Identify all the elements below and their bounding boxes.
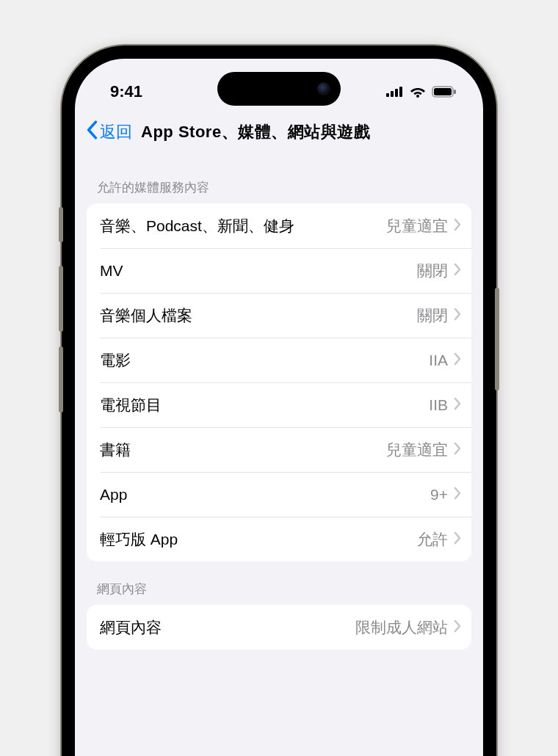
row-value: 兒童適宜 [386, 216, 448, 236]
row-label: 音樂、Podcast、新聞、健身 [100, 216, 386, 236]
row-value: 允許 [417, 529, 448, 550]
chevron-right-icon [454, 218, 461, 234]
chevron-right-icon [454, 308, 461, 324]
row-label: 電視節目 [100, 395, 429, 415]
back-button[interactable]: 返回 [84, 117, 134, 147]
svg-rect-7 [454, 90, 456, 94]
chevron-right-icon [454, 397, 461, 413]
nav-bar: 返回 App Store、媒體、網站與遊戲 [75, 110, 483, 154]
svg-rect-6 [434, 88, 452, 95]
cellular-signal-icon [386, 87, 404, 97]
section-header-web: 網頁內容 [75, 561, 483, 605]
row-value: IIA [429, 352, 448, 369]
canvas: 9:41 [0, 0, 558, 756]
row-label: 輕巧版 App [100, 529, 417, 550]
camera-icon [317, 82, 330, 95]
row-label: 電影 [100, 350, 429, 371]
row-value: 兒童適宜 [386, 440, 448, 460]
phone-frame: 9:41 [62, 46, 496, 756]
row-music-profile[interactable]: 音樂個人檔案 關閉 [87, 293, 471, 338]
group-allowed-media: 音樂、Podcast、新聞、健身 兒童適宜 MV 關閉 [87, 203, 471, 561]
dynamic-island [217, 72, 341, 106]
row-label: 音樂個人檔案 [100, 305, 417, 326]
svg-point-4 [416, 95, 419, 98]
svg-rect-3 [399, 87, 402, 97]
chevron-right-icon [454, 531, 461, 548]
row-music-podcast-news-fitness[interactable]: 音樂、Podcast、新聞、健身 兒童適宜 [87, 203, 471, 248]
row-label: 書籍 [100, 440, 386, 460]
row-value: 9+ [430, 486, 448, 504]
row-value: 關閉 [417, 261, 448, 281]
side-button [59, 346, 63, 412]
chevron-right-icon [454, 487, 461, 503]
row-value: IIB [429, 396, 448, 414]
wifi-icon [410, 86, 426, 98]
row-label: 網頁內容 [100, 617, 355, 638]
battery-icon [432, 86, 457, 98]
phone-screen: 9:41 [75, 59, 483, 756]
side-button [59, 207, 63, 242]
svg-rect-0 [386, 93, 389, 97]
row-web-content[interactable]: 網頁內容 限制成人網站 [87, 605, 471, 650]
row-mv[interactable]: MV 關閉 [87, 248, 471, 293]
row-label: App [100, 486, 430, 504]
row-books[interactable]: 書籍 兒童適宜 [87, 427, 471, 472]
group-web-content: 網頁內容 限制成人網站 [87, 605, 471, 650]
section-header-allowed: 允許的媒體服務內容 [75, 160, 483, 203]
chevron-right-icon [454, 352, 461, 368]
row-movies[interactable]: 電影 IIA [87, 338, 471, 382]
row-value: 關閉 [417, 305, 448, 326]
chevron-right-icon [454, 263, 461, 279]
row-value: 限制成人網站 [355, 617, 448, 638]
chevron-right-icon [454, 619, 461, 636]
status-time: 9:41 [110, 82, 142, 101]
svg-rect-2 [395, 89, 398, 97]
chevron-left-icon [85, 120, 98, 144]
svg-rect-1 [391, 91, 394, 97]
content: 允許的媒體服務內容 音樂、Podcast、新聞、健身 兒童適宜 MV 關閉 [75, 154, 483, 650]
back-label: 返回 [100, 121, 132, 143]
row-label: MV [100, 262, 417, 280]
side-button [59, 266, 63, 332]
page-title: App Store、媒體、網站與遊戲 [141, 121, 370, 143]
row-app[interactable]: App 9+ [87, 472, 471, 517]
row-tv-shows[interactable]: 電視節目 IIB [87, 382, 471, 427]
row-app-clips[interactable]: 輕巧版 App 允許 [87, 517, 471, 561]
side-button [495, 288, 499, 390]
chevron-right-icon [454, 442, 461, 458]
